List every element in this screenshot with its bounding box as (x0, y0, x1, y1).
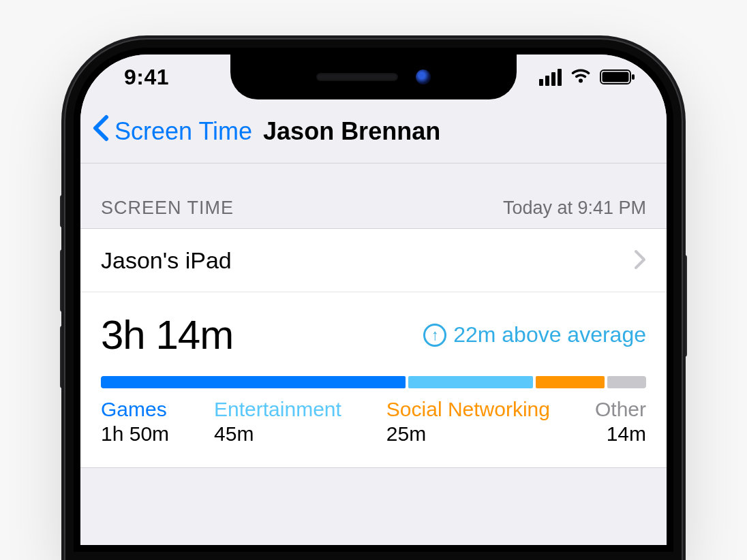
screen: 9:41 Screen Time (74, 48, 673, 552)
volume-up (60, 249, 65, 312)
wifi-icon (570, 69, 592, 85)
legend-other: Other 14m (595, 398, 646, 446)
category-time: 14m (595, 422, 646, 446)
category-name: Other (595, 398, 646, 421)
category-time: 25m (386, 422, 550, 446)
legend-social: Social Networking 25m (386, 398, 550, 446)
volume-down (60, 326, 65, 388)
front-camera (416, 69, 431, 84)
category-name: Entertainment (214, 398, 341, 421)
svg-rect-2 (632, 74, 635, 80)
earpiece-speaker (316, 73, 398, 81)
phone-mockup: 9:41 Screen Time (65, 40, 682, 560)
delta-vs-average: ↑ 22m above average (423, 322, 646, 347)
category-name: Games (101, 398, 169, 421)
chevron-right-icon (634, 245, 646, 276)
legend-games: Games 1h 50m (101, 398, 169, 446)
category-time: 1h 50m (101, 422, 169, 446)
back-button[interactable]: Screen Time (115, 117, 252, 146)
battery-icon (600, 69, 635, 85)
segment-other (607, 376, 646, 388)
svg-rect-1 (603, 72, 629, 82)
nav-bar: Screen Time Jason Brennan (80, 99, 667, 164)
section-header: SCREEN TIME Today at 9:41 PM (80, 164, 667, 228)
power-button (682, 255, 687, 357)
section-timestamp: Today at 9:41 PM (503, 198, 646, 219)
status-indicators (539, 69, 635, 86)
legend-entertainment: Entertainment 45m (214, 398, 341, 446)
phone-frame: 9:41 Screen Time (65, 40, 682, 560)
cellular-icon (539, 69, 562, 86)
usage-summary: 3h 14m ↑ 22m above average Games 1h 5 (80, 292, 667, 468)
device-name: Jason's iPad (101, 247, 232, 274)
mute-switch (60, 195, 65, 228)
status-time: 9:41 (124, 65, 169, 90)
next-section-placeholder (80, 468, 667, 552)
delta-text: 22m above average (453, 322, 646, 347)
total-time: 3h 14m (101, 311, 233, 358)
category-time: 45m (214, 422, 341, 446)
segment-entertainment (408, 376, 533, 388)
segment-games (101, 376, 406, 388)
section-heading: SCREEN TIME (101, 198, 234, 219)
arrow-up-icon: ↑ (423, 324, 446, 347)
usage-bar (101, 376, 646, 388)
segment-social (536, 376, 605, 388)
device-row[interactable]: Jason's iPad (80, 228, 667, 292)
category-name: Social Networking (386, 398, 550, 421)
notch (230, 55, 517, 99)
nav-title: Jason Brennan (263, 117, 440, 146)
category-legend: Games 1h 50m Entertainment 45m Social Ne… (101, 398, 646, 446)
back-chevron-icon[interactable] (91, 114, 109, 148)
